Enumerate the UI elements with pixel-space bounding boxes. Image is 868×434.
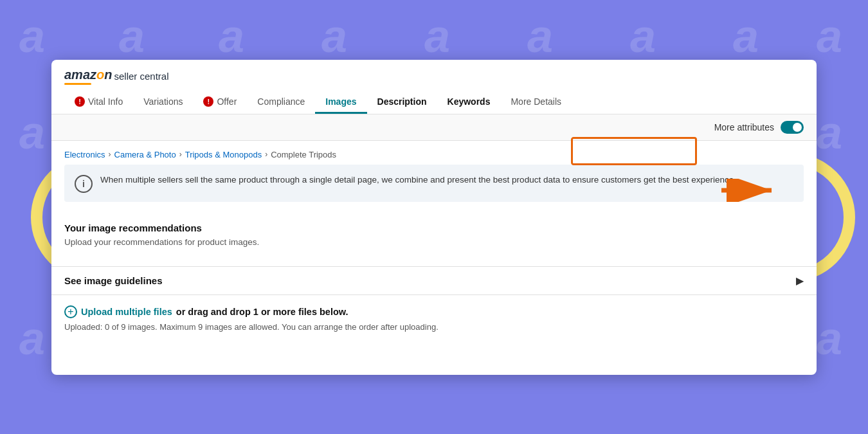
breadcrumb-electronics[interactable]: Electronics: [64, 150, 105, 159]
bg-logo: a: [19, 315, 45, 361]
upload-multiple-files-link[interactable]: Upload multiple files: [81, 307, 172, 317]
logo-amazon-o: o: [96, 68, 104, 82]
offer-error-icon: !: [203, 96, 213, 107]
image-recommendations-subtitle: Upload your recommendations for product …: [64, 237, 804, 247]
tab-vital-info[interactable]: ! Vital Info: [64, 91, 133, 114]
breadcrumb-sep-2: ›: [179, 150, 182, 159]
tab-more-details-label: More Details: [511, 96, 561, 107]
bg-logo: a: [424, 13, 450, 59]
upload-plus-icon: +: [64, 305, 77, 318]
logo-seller-central: seller central: [114, 71, 168, 82]
tab-variations-label: Variations: [143, 96, 183, 107]
more-attributes-toggle[interactable]: [781, 121, 804, 134]
breadcrumb-camera-photo[interactable]: Camera & Photo: [114, 150, 176, 159]
breadcrumb-tripods[interactable]: Tripods & Monopods: [185, 150, 262, 159]
orange-arrow-annotation: [721, 179, 779, 202]
tab-description[interactable]: Description: [367, 91, 437, 114]
guidelines-arrow-icon: ▶: [796, 275, 804, 287]
bg-logo: a: [527, 13, 553, 59]
upload-description: Uploaded: 0 of 9 images. Maximum 9 image…: [64, 322, 804, 332]
tab-more-details[interactable]: More Details: [500, 91, 572, 114]
logo-amazon-text: amaz: [64, 68, 96, 82]
more-attributes-row: More attributes: [51, 114, 817, 141]
image-recommendations-title: Your image recommendations: [64, 222, 804, 233]
tab-images-label: Images: [325, 96, 356, 107]
bg-logo: a: [733, 13, 759, 59]
logo: amazon seller central: [64, 68, 804, 85]
vital-info-error-icon: !: [75, 96, 85, 107]
bg-logo: a: [321, 13, 347, 59]
tab-bar: ! Vital Info Variations ! Offer Complian…: [64, 91, 804, 114]
bg-logo: a: [219, 13, 244, 59]
header: amazon seller central ! Vital Info Varia…: [51, 60, 817, 114]
tab-offer-label: Offer: [217, 96, 237, 107]
guidelines-label: See image guidelines: [64, 275, 163, 286]
bg-logo: a: [817, 13, 842, 59]
breadcrumb-sep-1: ›: [109, 150, 111, 159]
upload-drag-drop-text: or drag and drop 1 or more files below.: [176, 307, 348, 317]
bg-logo: a: [817, 315, 842, 361]
content-area: More attributes Electronics › Camera & P…: [51, 114, 817, 342]
tab-keywords[interactable]: Keywords: [437, 91, 501, 114]
breadcrumb-sep-3: ›: [265, 150, 267, 159]
bg-logo: a: [630, 13, 656, 59]
tab-compliance-label: Compliance: [257, 96, 305, 107]
tab-images[interactable]: Images: [315, 91, 366, 114]
bg-logo: a: [119, 13, 145, 59]
tab-description-label: Description: [377, 96, 427, 107]
logo-amazon-n: n: [104, 68, 112, 82]
image-recommendations-section: Your image recommendations Upload your r…: [51, 212, 817, 266]
bg-logo: a: [817, 109, 842, 156]
logo-wordmark: amazon: [64, 68, 112, 85]
logo-smile-underline: [64, 83, 91, 85]
tab-keywords-label: Keywords: [448, 96, 491, 107]
breadcrumb-complete-tripods: Complete Tripods: [271, 150, 336, 159]
info-banner-text: When multiple sellers sell the same prod…: [100, 174, 736, 186]
see-guidelines-row[interactable]: See image guidelines ▶: [51, 266, 817, 294]
bg-logo: a: [19, 13, 45, 59]
arrow-svg: [721, 179, 779, 202]
upload-section: + Upload multiple files or drag and drop…: [51, 294, 817, 342]
bg-logo: a: [19, 109, 45, 156]
tab-compliance[interactable]: Compliance: [247, 91, 315, 114]
tab-variations[interactable]: Variations: [133, 91, 193, 114]
tab-offer[interactable]: ! Offer: [193, 91, 247, 114]
upload-row: + Upload multiple files or drag and drop…: [64, 305, 804, 318]
info-icon: i: [75, 175, 93, 193]
main-window: amazon seller central ! Vital Info Varia…: [51, 60, 817, 375]
more-attributes-label: More attributes: [714, 122, 774, 132]
tab-vital-info-label: Vital Info: [88, 96, 123, 107]
logo-amazon: amazon: [64, 68, 112, 82]
info-banner: i When multiple sellers sell the same pr…: [64, 165, 804, 202]
breadcrumb: Electronics › Camera & Photo › Tripods &…: [51, 141, 817, 165]
